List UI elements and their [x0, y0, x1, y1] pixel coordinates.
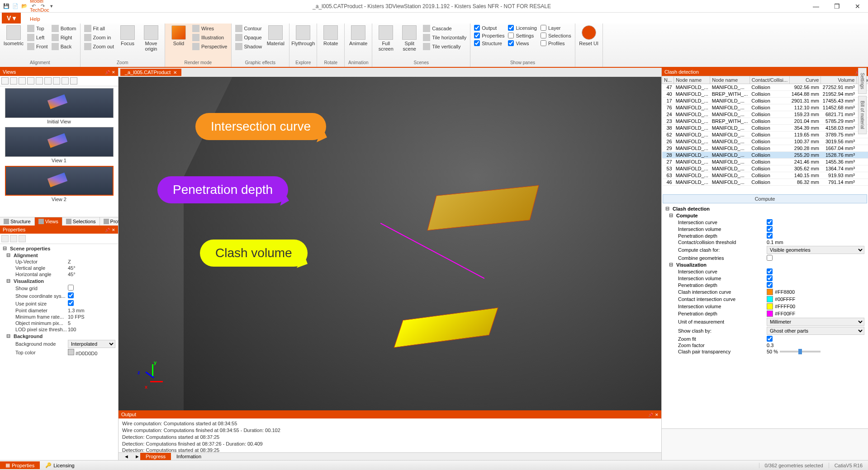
tool-icon[interactable]: [19, 235, 26, 242]
save-icon[interactable]: 💾: [3, 3, 10, 10]
tool-icon[interactable]: [70, 77, 77, 85]
close-icon[interactable]: ✕: [112, 70, 115, 75]
cascade-button[interactable]: Cascade: [422, 24, 467, 33]
view-thumbnail[interactable]: View 1: [2, 127, 116, 163]
tool-icon[interactable]: [44, 77, 52, 85]
pane-toggle-properties[interactable]: Properties: [473, 32, 505, 39]
tool-icon[interactable]: [19, 77, 26, 85]
view-thumbnail[interactable]: Initial View: [2, 88, 116, 124]
perspective-button[interactable]: Perspective: [191, 42, 228, 51]
contour-button[interactable]: Contour: [234, 24, 263, 33]
clash-row[interactable]: 47MANIFOLD_...MANIFOLD_...Collision902.5…: [662, 84, 868, 91]
pane-toggle-profiles[interactable]: Profiles: [540, 40, 572, 47]
ribbon-tab-model[interactable]: Model: [24, 0, 66, 5]
splitscene-button[interactable]: Split scene: [398, 24, 420, 52]
opaque-button[interactable]: Opaque: [234, 33, 263, 42]
pane-toggle-views[interactable]: Views: [507, 40, 537, 47]
illustration-button[interactable]: Illustration: [191, 33, 228, 42]
rotate-button[interactable]: Rotate: [320, 24, 342, 47]
zoom-out-button[interactable]: Zoom out: [83, 42, 115, 51]
panel-tab-structure[interactable]: Structure: [0, 217, 35, 226]
column-header[interactable]: Volume: [821, 76, 857, 84]
clash-results-table[interactable]: N...Node nameNode nameContact/Collisi...…: [662, 76, 868, 186]
pane-toggle-output[interactable]: Output: [473, 24, 505, 31]
move-origin-button[interactable]: Move origin: [140, 24, 162, 52]
minimize-button[interactable]: —: [806, 0, 826, 13]
tile-horizontally-button[interactable]: Tile horizontally: [422, 33, 467, 42]
side-tab-settings[interactable]: Settings: [858, 68, 867, 94]
document-tab[interactable]: _a_l005.CATProduct✕: [120, 69, 181, 76]
column-header[interactable]: Node name: [710, 76, 749, 84]
solid-button[interactable]: Solid: [168, 24, 190, 47]
tab-progress[interactable]: Progress: [140, 453, 171, 460]
clash-row[interactable]: 29MANIFOLD_...MANIFOLD_...Collision290.2…: [662, 145, 868, 152]
clash-row[interactable]: 38MANIFOLD_...MANIFOLD_...Collision354.3…: [662, 125, 868, 132]
scroll-left-icon[interactable]: ◄: [119, 453, 129, 460]
close-button[interactable]: ✕: [847, 0, 868, 13]
clash-row[interactable]: 62MANIFOLD_...MANIFOLD_...Collision119.6…: [662, 132, 868, 138]
column-header[interactable]: Node name: [674, 76, 710, 84]
tool-icon[interactable]: [1, 77, 9, 85]
column-header[interactable]: N...: [662, 76, 674, 84]
close-icon[interactable]: ✕: [655, 413, 659, 417]
clash-row[interactable]: 40MANIFOLD_...BREP_WITH_...Collision1464…: [662, 91, 868, 98]
3d-viewport[interactable]: xyz Intersection curve Penetration depth…: [119, 77, 661, 410]
pin-icon[interactable]: 📌: [105, 70, 110, 75]
tool-icon[interactable]: [62, 77, 69, 85]
pin-icon[interactable]: 📌: [105, 228, 110, 232]
ribbon-tab-techdoc[interactable]: TechDoc: [24, 5, 66, 14]
scroll-right-icon[interactable]: ►: [129, 453, 140, 460]
clash-row[interactable]: 28MANIFOLD_...MANIFOLD_...Collision255.2…: [662, 152, 868, 159]
bottom-button[interactable]: Bottom: [51, 24, 77, 33]
clash-row[interactable]: 26MANIFOLD_...MANIFOLD_...Collision100.3…: [662, 138, 868, 145]
wires-button[interactable]: Wires: [191, 24, 228, 33]
isometric-button[interactable]: Isometric: [3, 24, 24, 47]
zoom-in-button[interactable]: Zoom in: [83, 33, 115, 42]
flythrough-button[interactable]: Flythrough: [292, 24, 314, 47]
tool-icon[interactable]: [27, 77, 34, 85]
tool-icon[interactable]: [53, 77, 60, 85]
pane-toggle-settings[interactable]: Settings: [507, 32, 537, 39]
fullscreen-button[interactable]: Full screen: [375, 24, 397, 52]
top-button[interactable]: Top: [26, 24, 49, 33]
column-header[interactable]: Curve: [790, 76, 821, 84]
tool-icon[interactable]: [10, 77, 17, 85]
clash-row[interactable]: 27MANIFOLD_...MANIFOLD_...Collision241.4…: [662, 159, 868, 165]
maximize-button[interactable]: ❐: [826, 0, 847, 13]
tool-icon[interactable]: [10, 235, 17, 242]
pane-toggle-layer[interactable]: Layer: [540, 24, 572, 31]
new-icon[interactable]: 📄: [12, 3, 19, 10]
pane-toggle-selections[interactable]: Selections: [540, 32, 572, 39]
pin-icon[interactable]: 📌: [648, 413, 653, 417]
tool-icon[interactable]: [1, 235, 9, 242]
side-tab-bill-of-material[interactable]: Bill of material: [858, 96, 867, 134]
pane-toggle-structure[interactable]: Structure: [473, 40, 505, 47]
pane-toggle-licensing[interactable]: Licensing: [507, 24, 537, 31]
clash-row[interactable]: 76MANIFOLD_...MANIFOLD_...Collision112.1…: [662, 104, 868, 111]
focus-button[interactable]: Focus: [117, 24, 138, 47]
fit-all-button[interactable]: Fit all: [83, 24, 115, 33]
statusbar-tab-licensing[interactable]: 🔑 Licensing: [40, 461, 80, 469]
clash-row[interactable]: 24MANIFOLD_...MANIFOLD_...Collision159.2…: [662, 111, 868, 118]
compute-button[interactable]: Compute: [663, 194, 867, 203]
material-button[interactable]: Material: [265, 24, 286, 47]
right-button[interactable]: Right: [51, 33, 77, 42]
tile-vertically-button[interactable]: Tile vertically: [422, 42, 467, 51]
statusbar-tab-properties[interactable]: ▦ Properties: [0, 461, 40, 469]
tab-information[interactable]: Information: [171, 453, 207, 460]
view-thumbnail[interactable]: View 2: [2, 166, 116, 202]
clash-row[interactable]: 46MANIFOLD_...MANIFOLD_...Collision86.32…: [662, 179, 868, 186]
panel-tab-views[interactable]: Views: [35, 217, 62, 226]
column-header[interactable]: Contact/Collisi...: [749, 76, 789, 84]
back-button[interactable]: Back: [51, 42, 77, 51]
shadow-button[interactable]: Shadow: [234, 42, 263, 51]
clash-row[interactable]: 53MANIFOLD_...MANIFOLD_...Collision305.6…: [662, 165, 868, 172]
close-icon[interactable]: ✕: [112, 228, 115, 232]
clash-row[interactable]: 17MANIFOLD_...MANIFOLD_...Collision2901.…: [662, 98, 868, 104]
reset-ui-button[interactable]: Reset UI: [578, 24, 600, 47]
clash-row[interactable]: 63MANIFOLD_...MANIFOLD_...Collision140.1…: [662, 172, 868, 179]
close-tab-icon[interactable]: ✕: [173, 70, 177, 75]
panel-tab-selections[interactable]: Selections: [62, 217, 100, 226]
clash-row[interactable]: 23MANIFOLD_...BREP_WITH_...Collision201.…: [662, 118, 868, 125]
left-button[interactable]: Left: [26, 33, 49, 42]
